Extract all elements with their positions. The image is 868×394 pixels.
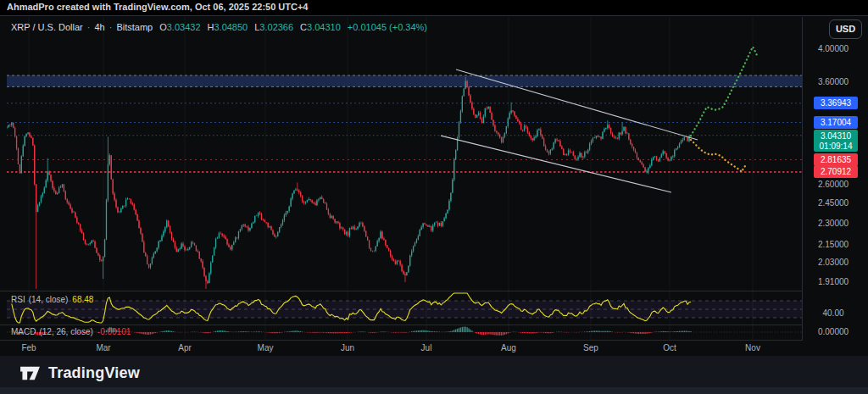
low-value: 3.02366 xyxy=(259,22,293,32)
candles-up-bodies xyxy=(6,81,691,283)
open-label: O xyxy=(159,22,167,32)
macd-name: MACD xyxy=(11,327,36,336)
tradingview-screenshot: AhmadPro created with TradingView.com, O… xyxy=(0,0,868,394)
rsi-legend[interactable]: RSI(14, close)68.48 xyxy=(11,295,93,304)
price-panel xyxy=(6,47,802,289)
close-label: C xyxy=(300,22,307,32)
supply-zone xyxy=(7,75,802,86)
footer: TradingView xyxy=(0,356,868,394)
time-scale[interactable] xyxy=(0,341,802,356)
change-value: +0.01045 (+0.34%) xyxy=(348,22,427,32)
tradingview-logo-icon xyxy=(19,364,42,382)
currency-toggle-button[interactable]: USD xyxy=(829,19,862,39)
trendline-lower xyxy=(441,136,671,192)
bearish-projection xyxy=(691,140,745,172)
macd-value: -0.00101 xyxy=(97,327,131,336)
candles-down-wicks xyxy=(10,80,687,289)
rsi-value: 68.48 xyxy=(72,295,93,304)
interval-label[interactable]: 4h xyxy=(94,22,104,32)
open-value: 3.03432 xyxy=(167,22,201,32)
price-scale[interactable] xyxy=(802,15,868,341)
legend-separator: · xyxy=(109,22,113,32)
rsi-params: (14, close) xyxy=(29,295,69,304)
tradingview-logo[interactable]: TradingView xyxy=(19,364,140,382)
candles-down-bodies xyxy=(9,81,688,283)
high-value: 3.04850 xyxy=(214,22,248,32)
legend-separator: · xyxy=(87,22,91,32)
tradingview-logo-text: TradingView xyxy=(48,364,140,382)
symbol-legend: XRP / U.S. Dollar·4h·BitstampO3.03432H3.… xyxy=(11,22,427,32)
macd-legend[interactable]: MACD(12, 26, close)-0.00101 xyxy=(11,327,131,336)
window-bottom-strip xyxy=(0,387,868,394)
symbol-title[interactable]: XRP / U.S. Dollar xyxy=(11,22,83,32)
rsi-band xyxy=(7,301,802,318)
macd-params: (12, 26, close) xyxy=(39,327,92,336)
close-value: 3.04310 xyxy=(307,22,341,32)
rsi-name: RSI xyxy=(11,295,25,304)
exchange-label: Bitstamp xyxy=(116,22,153,32)
